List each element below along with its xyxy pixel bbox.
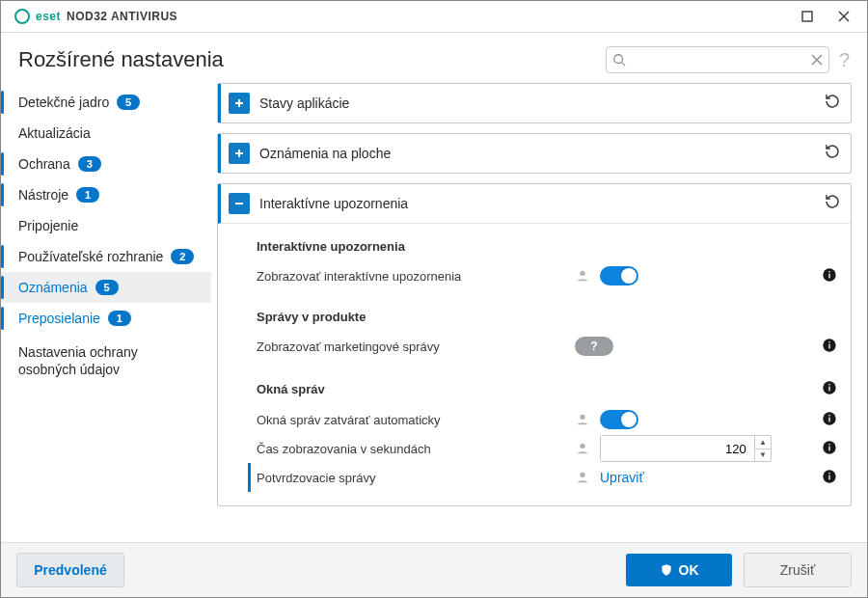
svg-rect-1 (802, 12, 812, 21)
sidebar-item-pouzivatelske-rozhranie[interactable]: Používateľské rozhranie 2 (1, 241, 211, 272)
svg-line-5 (622, 63, 626, 67)
sidebar-item-detekcne-jadro[interactable]: Detekčné jadro 5 (1, 87, 211, 118)
help-button[interactable]: ? (839, 49, 850, 71)
cancel-button[interactable]: Zrušiť (744, 553, 852, 587)
panel-header-desktop-notifications[interactable]: Oznámenia na ploche (218, 134, 851, 173)
search-box[interactable] (606, 46, 829, 73)
row-display-time-seconds: Čas zobrazovania v sekundách ▲ ▼ (248, 434, 837, 463)
toggle-show-interactive-alerts[interactable] (600, 266, 638, 285)
svg-rect-25 (828, 417, 829, 421)
row-confirmation-messages: Potvrdzovacie správy Upraviť (248, 463, 837, 492)
info-button[interactable] (822, 380, 837, 398)
sidebar-badge: 3 (78, 156, 101, 172)
section-title-message-windows: Okná správ (257, 382, 325, 396)
sidebar-item-label: Detekčné jadro (18, 95, 109, 110)
app-window: eset NOD32 ANTIVIRUS Rozšírené nastaveni… (0, 0, 868, 598)
row-autoclose-message-windows: Okná správ zatvárať automaticky (248, 405, 837, 434)
info-icon (822, 267, 837, 283)
page-title: Rozšírené nastavenia (18, 47, 224, 72)
row-label: Čas zobrazovania v sekundách (257, 442, 565, 456)
row-label: Okná správ zatvárať automaticky (257, 413, 565, 427)
sidebar-item-aktualizacia[interactable]: Aktualizácia (1, 118, 211, 149)
sidebar-item-nastroje[interactable]: Nástroje 1 (1, 179, 211, 210)
svg-rect-16 (828, 271, 829, 272)
revert-button[interactable] (824, 93, 841, 114)
info-button[interactable] (822, 469, 837, 487)
row-label: Potvrdzovacie správy (257, 471, 565, 485)
panel-header-interactive-alerts[interactable]: Interaktívne upozornenia (218, 184, 851, 224)
row-label: Zobrazovať marketingové správy (257, 340, 565, 354)
display-time-input[interactable] (601, 436, 754, 461)
panel-desktop-notifications: Oznámenia na ploche (217, 133, 852, 174)
edit-confirmation-messages-link[interactable]: Upraviť (600, 470, 644, 485)
sidebar-item-ochrana[interactable]: Ochrana 3 (1, 149, 211, 179)
sidebar-item-oznamenia[interactable]: Oznámenia 5 (1, 272, 211, 303)
brand-right: NOD32 ANTIVIRUS (67, 10, 177, 23)
display-time-stepper[interactable]: ▲ ▼ (600, 435, 772, 462)
sidebar-item-preposielanie[interactable]: Preposielanie 1 (1, 303, 211, 334)
toggle-show-marketing-msgs-locked[interactable]: ? (575, 337, 613, 356)
collapse-icon (229, 193, 250, 214)
sidebar-badge: 5 (117, 95, 140, 110)
revert-button[interactable] (824, 143, 841, 164)
user-scope-icon (575, 268, 590, 284)
sidebar-item-pripojenie[interactable]: Pripojenie (1, 210, 211, 241)
content: Stavy aplikácie Oznámenia na ploche (211, 81, 867, 542)
svg-point-27 (580, 444, 584, 448)
sidebar-item-label: Ochrana (18, 156, 70, 172)
section-title-interactive: Interaktívne upozornenia (257, 239, 837, 254)
defaults-button[interactable]: Predvolené (16, 553, 124, 587)
info-icon (822, 338, 837, 353)
sidebar-badge: 5 (95, 280, 119, 295)
row-label: Zobrazovať interaktívne upozornenia (257, 269, 565, 284)
svg-rect-21 (828, 386, 829, 391)
expand-icon (229, 93, 250, 114)
info-icon (822, 411, 837, 426)
panel-interactive-alerts: Interaktívne upozornenia Interaktívne up… (217, 183, 852, 506)
close-icon (838, 11, 850, 22)
revert-button[interactable] (824, 193, 841, 214)
brand-left: eset (36, 10, 61, 23)
sidebar-item-label: Pripojenie (18, 218, 78, 233)
sidebar-item-privacy[interactable]: Nastavenia ochrany osobných údajov (1, 334, 211, 386)
svg-rect-18 (828, 343, 829, 348)
shield-icon (660, 563, 673, 577)
user-scope-icon (575, 412, 590, 427)
sidebar-item-label: Nástroje (18, 187, 68, 203)
sidebar-item-label: Používateľské rozhranie (18, 249, 163, 264)
panel-body-interactive-alerts: Interaktívne upozornenia Zobrazovať inte… (218, 224, 851, 505)
info-button[interactable] (822, 338, 837, 356)
window-maximize-button[interactable] (790, 3, 825, 30)
info-button[interactable] (822, 411, 837, 429)
toggle-autoclose-message-windows[interactable] (600, 410, 638, 429)
sidebar-badge: 2 (171, 249, 194, 264)
button-label: Predvolené (34, 562, 106, 578)
info-icon (822, 380, 837, 395)
eset-logo-icon (14, 9, 30, 24)
sidebar-badge: 1 (76, 187, 99, 203)
stepper-up[interactable]: ▲ (755, 436, 771, 449)
info-button[interactable] (822, 440, 837, 458)
ok-button[interactable]: OK (626, 554, 732, 586)
info-button[interactable] (822, 267, 837, 285)
stepper-down[interactable]: ▼ (755, 449, 771, 462)
search-icon (612, 53, 626, 67)
panel-header-app-states[interactable]: Stavy aplikácie (218, 84, 851, 122)
svg-rect-33 (828, 475, 829, 479)
panel-title: Interaktívne upozornenia (259, 196, 408, 211)
window-close-button[interactable] (827, 3, 861, 30)
button-label: Zrušiť (780, 562, 815, 578)
svg-rect-19 (828, 341, 829, 342)
revert-icon (824, 93, 841, 110)
clear-search-icon[interactable] (811, 54, 823, 66)
search-input[interactable] (632, 52, 805, 68)
revert-icon (824, 143, 841, 160)
app-logo: eset NOD32 ANTIVIRUS (14, 9, 177, 24)
svg-rect-34 (828, 473, 829, 474)
button-label: OK (679, 562, 699, 578)
titlebar: eset NOD32 ANTIVIRUS (1, 1, 867, 33)
revert-icon (824, 193, 841, 210)
main: Detekčné jadro 5 Aktualizácia Ochrana 3 … (1, 81, 867, 542)
section-title-in-product-msgs: Správy v produkte (257, 310, 837, 324)
expand-icon (229, 143, 250, 164)
